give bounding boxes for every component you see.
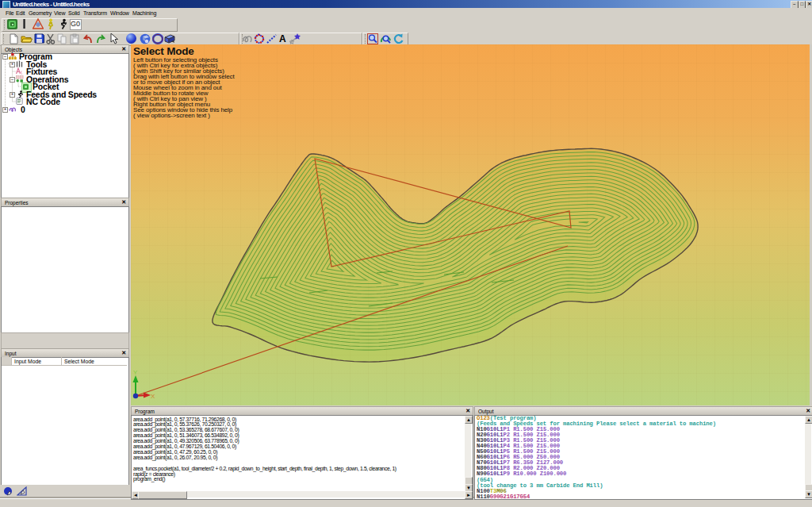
svg-text:X: X [151,393,155,400]
svg-text:Y: Y [133,369,138,376]
